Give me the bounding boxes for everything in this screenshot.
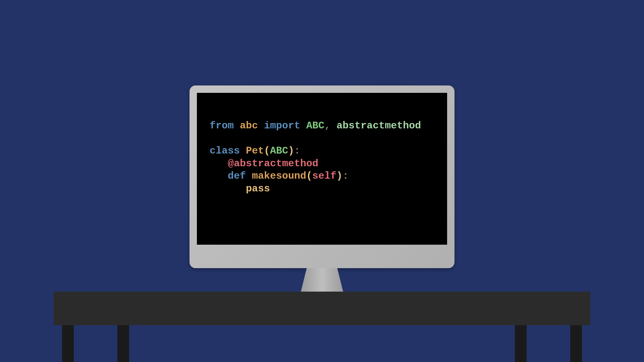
base-class: ABC bbox=[270, 145, 288, 157]
function-name: makesound bbox=[252, 170, 306, 182]
desk bbox=[54, 292, 590, 362]
import-name-abstractmethod: abstractmethod bbox=[336, 120, 421, 131]
colon: : bbox=[294, 145, 300, 157]
decorator: @abstractmethod bbox=[228, 158, 318, 169]
monitor-assembly: from abc import ABC, abstractmethod clas… bbox=[190, 85, 454, 302]
desk-leg bbox=[515, 325, 527, 362]
rparen: ) bbox=[288, 145, 294, 157]
desk-top bbox=[54, 292, 590, 325]
desk-legs bbox=[54, 325, 590, 362]
desk-leg bbox=[570, 325, 582, 362]
rparen-fn: ) bbox=[336, 170, 342, 182]
lparen: ( bbox=[264, 145, 270, 157]
param-self: self bbox=[312, 170, 336, 182]
keyword-import: import bbox=[264, 120, 300, 131]
lparen-fn: ( bbox=[306, 170, 312, 182]
keyword-class: class bbox=[210, 145, 240, 157]
code-screen: from abc import ABC, abstractmethod clas… bbox=[197, 93, 447, 245]
monitor-bezel: from abc import ABC, abstractmethod clas… bbox=[190, 85, 454, 268]
class-name: Pet bbox=[246, 145, 264, 157]
desk-leg bbox=[62, 325, 74, 362]
keyword-def: def bbox=[228, 170, 246, 182]
keyword-from: from bbox=[210, 120, 234, 131]
colon-fn: : bbox=[342, 170, 348, 182]
desk-leg bbox=[117, 325, 129, 362]
monitor-stand-neck bbox=[300, 268, 344, 294]
keyword-pass: pass bbox=[246, 183, 270, 194]
comma: , bbox=[324, 120, 330, 131]
module-name: abc bbox=[240, 120, 258, 131]
import-name-abc: ABC bbox=[306, 120, 324, 131]
